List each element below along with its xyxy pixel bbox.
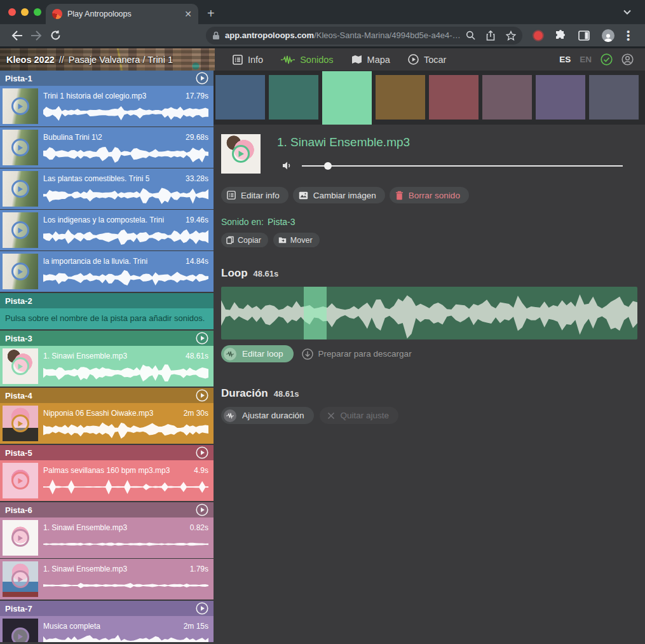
breadcrumb-project[interactable]: Kleos 2022 bbox=[6, 55, 55, 65]
browser-tab[interactable]: Play Antropoloops ✕ bbox=[46, 4, 198, 24]
clip-row[interactable]: la importancia de la lluvia. Trini14.84s bbox=[0, 251, 214, 292]
clip-row[interactable]: 1. Sinawi Ensemble.mp30.82s bbox=[0, 517, 214, 558]
zoom-window-button[interactable] bbox=[34, 8, 41, 16]
track-swatch[interactable] bbox=[536, 75, 585, 120]
clip-thumbnail[interactable] bbox=[3, 88, 38, 124]
volume-slider-thumb[interactable] bbox=[324, 162, 332, 170]
track-header[interactable]: Pista-7 bbox=[0, 601, 214, 616]
adjust-duration-button[interactable]: Ajustar duración bbox=[221, 407, 314, 424]
track-play-button[interactable] bbox=[196, 72, 208, 85]
track-swatch[interactable] bbox=[589, 75, 639, 120]
clip-row[interactable]: Bubulina Trini 1\229.68s bbox=[0, 127, 214, 168]
clip-row[interactable]: 1. Sinawi Ensemble.mp31.79s bbox=[0, 559, 214, 599]
clip-title[interactable]: Palmas sevillanas 160 bpm mp3.mp3 bbox=[43, 466, 170, 475]
browser-menu-icon[interactable]: ••• bbox=[627, 30, 630, 41]
tab-close-icon[interactable]: ✕ bbox=[184, 10, 192, 18]
track-header[interactable]: Pista-4 bbox=[0, 388, 214, 403]
map-breadcrumb[interactable]: Kleos 2022 // Pasaje Valvanera / Trini 1 bbox=[0, 48, 215, 71]
edit-info-button[interactable]: Editar info bbox=[221, 187, 289, 203]
clip-row[interactable]: Palmas sevillanas 160 bpm mp3.mp34.9s bbox=[0, 460, 214, 501]
clip-play-button[interactable] bbox=[11, 472, 29, 490]
clip-thumbnail[interactable] bbox=[3, 619, 38, 642]
track-play-button[interactable] bbox=[196, 602, 208, 615]
clip-thumbnail[interactable] bbox=[3, 130, 38, 165]
move-button[interactable]: Mover bbox=[273, 233, 320, 247]
clip-title[interactable]: Las plantas comestibles. Trini 5 bbox=[43, 174, 149, 183]
clip-play-button[interactable] bbox=[11, 357, 29, 375]
track-swatch[interactable] bbox=[269, 75, 318, 120]
clip-title[interactable]: Musica completa bbox=[43, 622, 100, 631]
track-name[interactable]: Pista-3 bbox=[5, 334, 196, 343]
share-icon[interactable] bbox=[486, 31, 495, 41]
loop-selection-band[interactable] bbox=[304, 287, 327, 339]
clip-title[interactable]: Los indigenas y la compostela. Trini bbox=[43, 216, 164, 224]
track-header[interactable]: Pista-3 bbox=[0, 331, 214, 346]
track-header[interactable]: Pista-5 bbox=[0, 445, 214, 460]
clip-thumbnail[interactable] bbox=[3, 463, 38, 498]
close-window-button[interactable] bbox=[8, 8, 16, 16]
breadcrumb-path[interactable]: Pasaje Valvanera / Trini 1 bbox=[69, 55, 173, 65]
sound-image-thumbnail[interactable] bbox=[221, 134, 261, 174]
clip-thumbnail[interactable] bbox=[3, 254, 38, 289]
extensions-puzzle-icon[interactable] bbox=[555, 30, 566, 41]
forward-button[interactable] bbox=[27, 31, 46, 41]
clip-title[interactable]: Bubulina Trini 1\2 bbox=[43, 133, 102, 142]
clip-play-button[interactable] bbox=[11, 414, 29, 432]
clip-title[interactable]: la importancia de la lluvia. Trini bbox=[43, 257, 147, 266]
track-header[interactable]: Pista-6 bbox=[0, 502, 214, 517]
clip-thumbnail[interactable] bbox=[3, 348, 38, 384]
delete-sound-button[interactable]: Borrar sonido bbox=[390, 187, 469, 203]
account-icon[interactable] bbox=[621, 53, 634, 65]
clip-row[interactable]: Las plantas comestibles. Trini 533.28s bbox=[0, 168, 214, 209]
clip-thumbnail[interactable] bbox=[3, 561, 38, 597]
clip-play-button[interactable] bbox=[11, 221, 29, 239]
clip-title[interactable]: 1. Sinawi Ensemble.mp3 bbox=[43, 523, 127, 532]
clip-play-button[interactable] bbox=[11, 627, 29, 642]
clip-title[interactable]: Nipponia 06 Esashi Oiwake.mp3 bbox=[43, 409, 153, 418]
track-swatch[interactable] bbox=[215, 75, 265, 120]
minimize-window-button[interactable] bbox=[21, 8, 29, 16]
track-swatch[interactable] bbox=[376, 75, 425, 120]
sound-in-track-link[interactable]: Pista-3 bbox=[268, 217, 295, 227]
track-name[interactable]: Pista-4 bbox=[5, 391, 196, 401]
track-swatch[interactable] bbox=[322, 71, 372, 125]
new-tab-button[interactable]: + bbox=[207, 6, 215, 20]
sound-play-button[interactable] bbox=[232, 145, 250, 163]
loop-waveform[interactable] bbox=[221, 287, 637, 339]
nav-mapa[interactable]: Mapa bbox=[343, 48, 399, 71]
clip-row[interactable]: Nipponia 06 Esashi Oiwake.mp32m 30s bbox=[0, 403, 214, 444]
clip-thumbnail[interactable] bbox=[3, 406, 38, 441]
track-name[interactable]: Pista-7 bbox=[5, 604, 196, 613]
track-name[interactable]: Pista-2 bbox=[5, 296, 208, 306]
clip-thumbnail[interactable] bbox=[3, 212, 38, 248]
zoom-search-icon[interactable] bbox=[466, 31, 475, 40]
track-header[interactable]: Pista-1 bbox=[0, 71, 214, 86]
side-panel-icon[interactable] bbox=[578, 30, 590, 41]
lang-es-button[interactable]: ES bbox=[559, 55, 571, 64]
recording-extension-icon[interactable] bbox=[534, 31, 543, 40]
clip-thumbnail[interactable] bbox=[3, 520, 38, 556]
clip-play-button[interactable] bbox=[11, 97, 29, 115]
track-play-button[interactable] bbox=[196, 446, 208, 459]
nav-sonidos[interactable]: Sonidos bbox=[272, 48, 342, 71]
track-swatch[interactable] bbox=[482, 75, 532, 120]
nav-tocar[interactable]: Tocar bbox=[399, 48, 455, 71]
nav-info[interactable]: Info bbox=[224, 48, 272, 71]
track-play-button[interactable] bbox=[196, 389, 208, 402]
volume-slider[interactable] bbox=[302, 161, 623, 170]
lang-en-button[interactable]: EN bbox=[580, 55, 592, 64]
prepare-download-button[interactable]: Preparar para descargar bbox=[302, 348, 412, 360]
profile-avatar[interactable] bbox=[602, 29, 614, 42]
clip-play-button[interactable] bbox=[11, 139, 29, 156]
track-play-button[interactable] bbox=[196, 332, 208, 345]
track-header[interactable]: Pista-2 bbox=[0, 293, 214, 308]
clip-title[interactable]: 1. Sinawi Ensemble.mp3 bbox=[43, 352, 127, 360]
track-name[interactable]: Pista-5 bbox=[5, 448, 196, 458]
edit-loop-button[interactable]: Editar loop bbox=[221, 345, 294, 362]
clip-play-button[interactable] bbox=[11, 180, 29, 198]
clip-row[interactable]: Musica completa2m 15s bbox=[0, 616, 214, 642]
clip-play-button[interactable] bbox=[11, 529, 29, 547]
clip-play-button[interactable] bbox=[11, 570, 29, 588]
clip-row[interactable]: Trini 1 historia del colegio.mp317.79s bbox=[0, 86, 214, 127]
volume-icon[interactable] bbox=[282, 161, 293, 170]
